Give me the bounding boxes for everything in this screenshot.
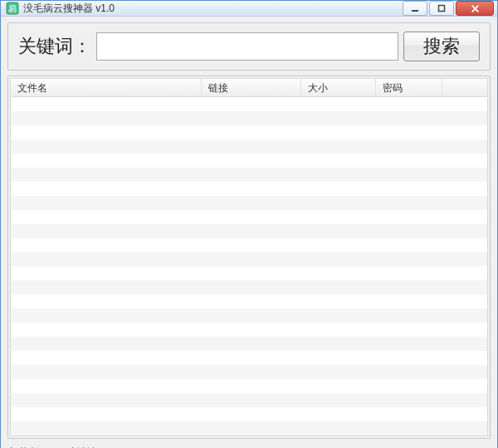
status-author: 小渣渣 [67,446,97,449]
search-panel: 关键词： 搜索 [7,22,491,71]
app-icon: 易 [6,2,19,15]
table-row[interactable] [11,280,487,295]
table-row[interactable] [11,224,487,238]
svg-rect-3 [439,6,445,12]
table-row[interactable] [11,295,487,309]
table-row[interactable] [11,379,487,393]
table-row[interactable] [11,309,487,323]
window-controls [403,1,494,16]
column-spacer [442,79,487,96]
client-area: 关键词： 搜索 文件名 链接 大小 密码 架构师 | by : 小渣渣 [1,17,497,448]
table-row[interactable] [11,125,487,139]
table-row[interactable] [11,252,487,266]
table-row[interactable] [11,421,487,436]
table-row[interactable] [11,182,487,196]
table-row[interactable] [11,238,487,252]
results-listview[interactable]: 文件名 链接 大小 密码 [10,78,488,436]
status-bar: 架构师 | by : 小渣渣 [7,444,491,448]
table-row[interactable] [11,139,487,153]
table-row[interactable] [11,168,487,182]
table-row[interactable] [11,323,487,337]
minimize-button[interactable] [403,1,427,16]
column-link[interactable]: 链接 [202,79,301,96]
table-row[interactable] [11,153,487,168]
svg-rect-2 [412,10,418,12]
table-row[interactable] [11,111,487,125]
status-link[interactable]: 架构师 [9,446,39,449]
table-row[interactable] [11,337,487,351]
column-password[interactable]: 密码 [376,79,442,96]
table-row[interactable] [11,266,487,280]
table-row[interactable] [11,210,487,224]
keyword-label: 关键词： [18,34,91,59]
table-row[interactable] [11,351,487,365]
maximize-button[interactable] [429,1,454,16]
table-row[interactable] [11,407,487,421]
column-size[interactable]: 大小 [301,79,376,96]
titlebar[interactable]: 易 没毛病云搜神器 v1.0 [1,1,497,17]
svg-text:易: 易 [8,4,17,13]
listview-header[interactable]: 文件名 链接 大小 密码 [11,79,487,97]
listview-body[interactable] [11,97,487,436]
results-panel: 文件名 链接 大小 密码 [7,75,491,439]
column-filename[interactable]: 文件名 [11,79,202,96]
keyword-input[interactable] [96,32,398,61]
app-window: 易 没毛病云搜神器 v1.0 关键词： 搜索 文件名 [0,0,498,448]
table-row[interactable] [11,365,487,379]
search-button[interactable]: 搜索 [403,32,480,61]
table-row[interactable] [11,393,487,407]
window-title: 没毛病云搜神器 v1.0 [23,2,115,16]
table-row[interactable] [11,196,487,210]
table-row[interactable] [11,97,487,111]
close-button[interactable] [456,1,494,16]
